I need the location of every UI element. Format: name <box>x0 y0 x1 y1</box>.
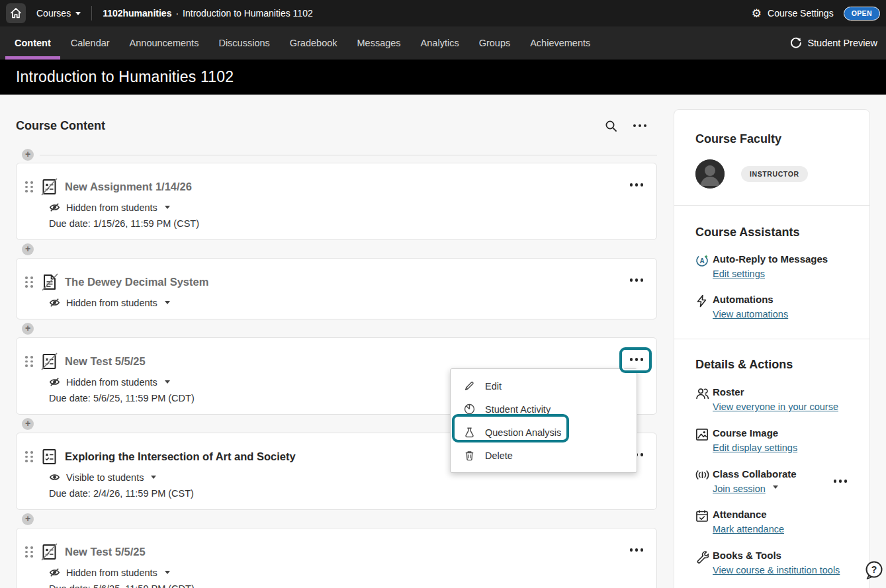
chevron-down-icon <box>165 206 170 209</box>
drag-handle[interactable] <box>25 276 33 288</box>
menu-item-question-analysis[interactable]: Question Analysis <box>451 421 637 444</box>
student-preview-button[interactable]: Student Preview <box>790 26 886 60</box>
drag-handle[interactable] <box>25 181 33 192</box>
add-content-divider: + <box>16 136 657 163</box>
content-card-dewey-decimal: The Dewey Decimal System Hidden from stu… <box>16 258 657 319</box>
visibility-selector[interactable]: Hidden from students <box>49 567 647 578</box>
assistant-item-title: Auto-Reply to Messages <box>713 253 828 265</box>
visibility-selector[interactable]: Hidden from students <box>49 297 647 308</box>
view-tools-link[interactable]: View course & institution tools <box>713 565 840 575</box>
course-faculty-heading: Course Faculty <box>695 132 848 146</box>
assistant-item-title: Automations <box>713 294 774 305</box>
item-title[interactable]: The Dewey Decimal System <box>65 276 208 288</box>
edit-settings-link[interactable]: Edit settings <box>713 269 765 279</box>
detail-item-title: Roster <box>713 386 744 398</box>
tab-announcements[interactable]: Announcements <box>128 26 200 60</box>
edit-display-settings-link[interactable]: Edit display settings <box>713 442 797 453</box>
visibility-label: Visible to students <box>66 472 144 483</box>
home-button[interactable] <box>6 3 26 23</box>
course-settings-button[interactable]: Course Settings <box>768 8 834 19</box>
mark-attendance-link[interactable]: Mark attendance <box>713 524 784 534</box>
instructor-avatar[interactable] <box>695 159 725 189</box>
instructor-role-badge: INSTRUCTOR <box>741 166 808 182</box>
menu-item-student-activity[interactable]: Student Activity <box>451 398 637 421</box>
view-automations-link[interactable]: View automations <box>713 309 788 319</box>
add-content-button[interactable]: + <box>22 513 34 525</box>
courses-label: Courses <box>36 8 71 19</box>
course-sidebar: Course Faculty INSTRUCTOR Course Assista… <box>674 109 870 588</box>
detail-item-class-collaborate: Class Collaborate Join session <box>695 468 848 494</box>
item-title[interactable]: New Test 5/5/25 <box>65 355 146 368</box>
roster-icon <box>695 386 711 413</box>
tab-groups[interactable]: Groups <box>478 26 512 60</box>
item-kebab-button[interactable] <box>629 181 645 189</box>
chevron-down-icon <box>75 12 81 15</box>
chevron-down-icon <box>165 301 170 304</box>
eye-slash-icon <box>49 376 60 388</box>
breadcrumb: 1102humanities · Introduction to Humanit… <box>103 8 313 19</box>
ai-circle-icon: A <box>695 253 711 280</box>
visibility-label: Hidden from students <box>66 202 157 213</box>
content-options-kebab-button[interactable] <box>632 122 648 130</box>
item-title[interactable]: New Test 5/5/25 <box>65 546 146 558</box>
visibility-selector[interactable]: Hidden from students <box>49 202 647 213</box>
add-content-divider: + <box>16 240 657 258</box>
item-title[interactable]: New Assignment 1/14/26 <box>65 181 192 193</box>
view-everyone-link[interactable]: View everyone in your course <box>713 401 838 412</box>
due-date-label: Due date: 2/4/26, 11:59 PM (CST) <box>49 488 647 499</box>
tab-content[interactable]: Content <box>13 26 52 60</box>
item-kebab-button[interactable] <box>629 276 645 284</box>
drag-handle[interactable] <box>25 546 33 558</box>
tab-discussions[interactable]: Discussions <box>217 26 271 60</box>
menu-item-edit[interactable]: Edit <box>451 374 637 398</box>
content-card-new-assignment: New Assignment 1/14/26 Hidden from stude… <box>16 163 657 240</box>
tab-calendar[interactable]: Calendar <box>69 26 111 60</box>
collaborate-kebab-button[interactable] <box>832 468 849 494</box>
eye-slash-icon <box>49 297 60 308</box>
join-session-link[interactable]: Join session <box>713 483 766 494</box>
content-heading: Course Content <box>16 119 105 133</box>
menu-item-label: Delete <box>485 450 513 461</box>
document-hidden-icon <box>42 273 58 291</box>
image-icon <box>695 427 711 454</box>
collaborate-icon <box>695 468 711 494</box>
content-card-new-test-2: New Test 5/5/25 Hidden from students Due… <box>16 528 657 588</box>
course-assistants-section: Course Assistants A Auto-Reply to Messag… <box>674 205 869 339</box>
detail-item-title: Attendance <box>713 509 767 520</box>
student-preview-icon <box>790 37 802 49</box>
add-content-button[interactable]: + <box>22 149 34 161</box>
visibility-label: Hidden from students <box>66 567 157 578</box>
flask-icon <box>463 427 475 438</box>
tab-achievements[interactable]: Achievements <box>529 26 592 60</box>
breadcrumb-course-id: 1102humanities <box>103 8 171 19</box>
add-content-divider: + <box>16 319 657 337</box>
topbar-divider <box>91 6 92 21</box>
tab-messages[interactable]: Messages <box>356 26 402 60</box>
add-content-button[interactable]: + <box>22 323 34 335</box>
drag-handle[interactable] <box>25 451 33 462</box>
item-kebab-button-open[interactable] <box>629 355 645 364</box>
assistant-item-auto-reply: A Auto-Reply to Messages Edit settings <box>695 253 848 280</box>
menu-item-label: Student Activity <box>485 404 551 415</box>
detail-item-title: Class Collaborate <box>713 468 797 480</box>
help-button[interactable]: ? <box>864 560 884 580</box>
visibility-selector[interactable]: Visible to students <box>49 472 647 483</box>
svg-text:A: A <box>699 257 704 265</box>
calendar-check-icon <box>695 509 711 535</box>
tab-gradebook[interactable]: Gradebook <box>288 26 339 60</box>
add-content-button[interactable]: + <box>22 418 34 430</box>
search-button[interactable] <box>605 120 617 132</box>
drag-handle[interactable] <box>25 356 33 367</box>
add-content-button[interactable]: + <box>22 243 34 255</box>
menu-item-label: Question Analysis <box>485 427 561 438</box>
tab-analytics[interactable]: Analytics <box>420 26 461 60</box>
chevron-down-icon <box>165 380 170 384</box>
chevron-down-icon <box>773 485 778 489</box>
item-title[interactable]: Exploring the Intersection of Art and So… <box>65 450 296 463</box>
add-content-divider: + <box>16 510 657 528</box>
details-actions-section: Details & Actions Roster View everyone i… <box>674 339 869 588</box>
menu-item-delete[interactable]: Delete <box>451 444 637 467</box>
item-kebab-button[interactable] <box>629 546 645 554</box>
courses-menu-button[interactable]: Courses <box>36 8 81 19</box>
open-status-badge[interactable]: OPEN <box>844 7 880 21</box>
